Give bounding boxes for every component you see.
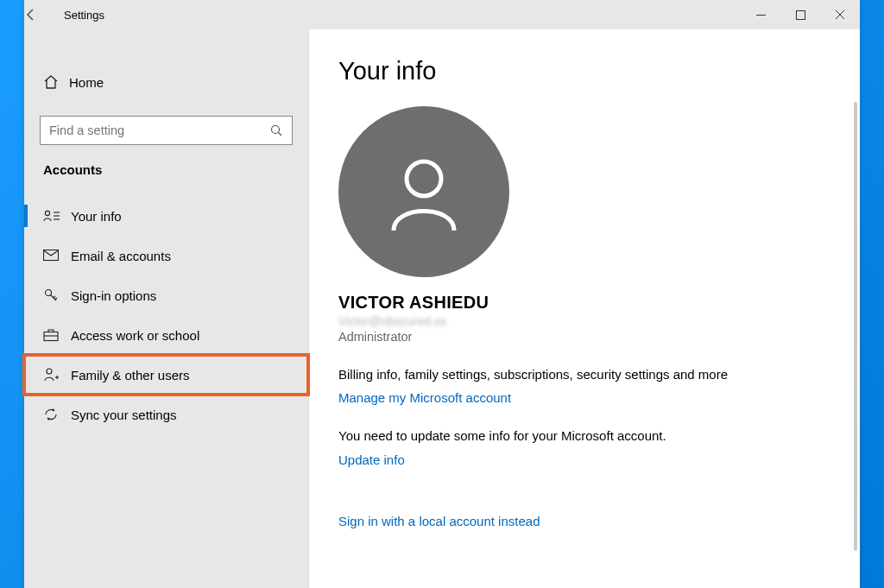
user-name: VICTOR ASHIEDU bbox=[338, 293, 830, 313]
your-info-icon bbox=[43, 209, 71, 223]
update-text: You need to update some info for your Mi… bbox=[338, 427, 830, 445]
mail-icon bbox=[43, 250, 71, 262]
nav-sign-in-options[interactable]: Sign-in options bbox=[24, 275, 308, 315]
avatar bbox=[338, 106, 509, 277]
user-icon bbox=[376, 144, 471, 239]
svg-rect-1 bbox=[796, 10, 805, 19]
billing-text: Billing info, family settings, subscript… bbox=[338, 366, 830, 383]
titlebar: Settings bbox=[24, 0, 860, 29]
home-button[interactable]: Home bbox=[24, 64, 308, 100]
minimize-button[interactable] bbox=[741, 0, 780, 29]
nav-label: Email & accounts bbox=[71, 249, 171, 263]
nav-sync-settings[interactable]: Sync your settings bbox=[24, 395, 308, 434]
svg-point-2 bbox=[272, 126, 280, 134]
svg-point-9 bbox=[46, 290, 52, 296]
briefcase-icon bbox=[43, 328, 71, 342]
local-account-link[interactable]: Sign in with a local account instead bbox=[338, 514, 540, 528]
nav-access-work-school[interactable]: Access work or school bbox=[24, 315, 308, 355]
settings-window: Settings Home bbox=[24, 0, 860, 588]
search-box[interactable] bbox=[40, 116, 293, 145]
nav-label: Sign-in options bbox=[71, 288, 156, 303]
nav-label: Sync your settings bbox=[71, 408, 177, 422]
nav-your-info[interactable]: Your info bbox=[24, 196, 308, 236]
home-label: Home bbox=[69, 75, 104, 90]
sidebar: Home Accounts Your info bbox=[24, 29, 309, 588]
window-title: Settings bbox=[64, 9, 104, 22]
nav-label: Family & other users bbox=[71, 368, 190, 383]
search-icon bbox=[269, 123, 283, 137]
manage-account-link[interactable]: Manage my Microsoft account bbox=[338, 390, 511, 405]
search-input[interactable] bbox=[49, 123, 269, 137]
svg-point-4 bbox=[45, 211, 49, 215]
nav-email-accounts[interactable]: Email & accounts bbox=[24, 236, 308, 275]
user-email: Victor@obscured.xx bbox=[338, 314, 830, 328]
content-area: Your info VICTOR ASHIEDU Victor@obscured… bbox=[309, 29, 860, 588]
maximize-button[interactable] bbox=[780, 0, 820, 29]
nav-label: Your info bbox=[71, 209, 122, 224]
add-user-icon bbox=[43, 367, 71, 383]
scrollbar[interactable] bbox=[854, 102, 857, 551]
page-title: Your info bbox=[338, 57, 830, 85]
sync-icon bbox=[43, 407, 71, 422]
home-icon bbox=[43, 74, 69, 90]
back-button[interactable] bbox=[24, 8, 64, 22]
close-button[interactable] bbox=[820, 0, 860, 29]
svg-point-15 bbox=[407, 161, 441, 196]
key-icon bbox=[43, 288, 71, 303]
update-info-link[interactable]: Update info bbox=[338, 452, 405, 467]
nav-list: Your info Email & accounts Sign-in optio… bbox=[24, 196, 308, 434]
svg-line-3 bbox=[279, 133, 282, 136]
section-header: Accounts bbox=[24, 162, 308, 196]
svg-point-12 bbox=[47, 369, 52, 374]
nav-family-other-users[interactable]: Family & other users bbox=[24, 355, 308, 395]
nav-label: Access work or school bbox=[71, 328, 199, 343]
user-role: Administrator bbox=[338, 330, 830, 344]
